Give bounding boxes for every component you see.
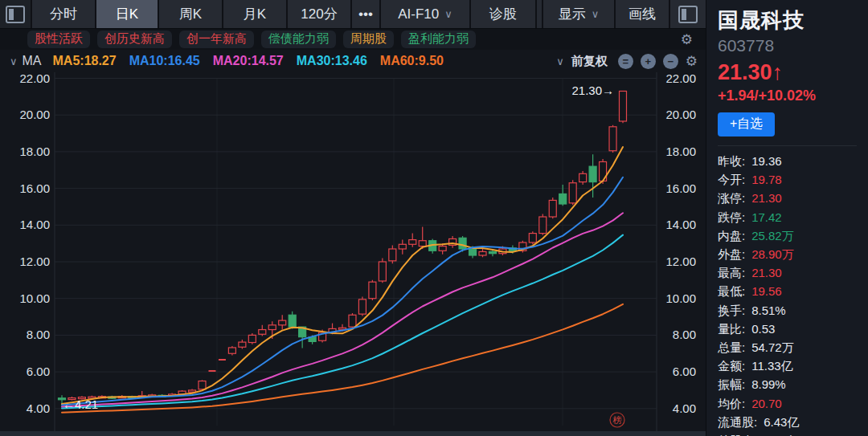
svg-text:12.00: 12.00 [665,255,696,268]
stat-row: 跌停:17.42 [718,208,857,226]
stat-label: 流通股: [718,413,757,431]
display-menu-button[interactable]: 显示 ∨ [543,0,614,28]
stat-value: 6.57亿 [764,431,799,436]
svg-text:22.00: 22.00 [19,72,50,85]
svg-text:4.00: 4.00 [673,401,696,415]
svg-text:10.00: 10.00 [19,291,50,305]
stat-row: 流通股:6.43亿 [718,413,857,431]
ma-value-label: MA5:18.27 [53,54,117,67]
panel-left-icon [6,6,25,23]
zoom-in-button[interactable]: + [641,54,656,69]
svg-text:16.00: 16.00 [19,181,50,195]
svg-text:20.00: 20.00 [665,108,696,121]
stat-label: 金额: [718,357,745,375]
svg-text:榜: 榜 [613,415,622,425]
svg-text:20.00: 20.00 [19,108,50,121]
stat-row: 量比:0.53 [718,320,857,338]
stat-label: 均价: [718,394,745,413]
collapse-left-panel-button[interactable] [0,0,31,28]
svg-text:6.00: 6.00 [27,365,50,378]
chevron-down-icon[interactable]: ∨ [10,55,18,67]
stock-app-window: 分时日K周K月K120分••• AI-F10 ∨ 诊股 显示 ∨ 画线 股性活跃… [0,0,868,436]
stat-label: 跌停: [718,208,745,226]
stock-tag[interactable]: 创一年新高 [179,31,254,48]
add-watchlist-button[interactable]: +自选 [718,112,775,137]
stat-label: 外盘: [718,245,745,263]
stat-label: 总股本: [718,431,757,436]
stat-value: 19.56 [751,282,782,300]
stat-label: 内盘: [718,226,745,245]
stat-value: 54.72万 [751,338,794,357]
period-tab-4[interactable]: 120分 [288,0,350,28]
ma-group-label: MA [23,54,42,68]
display-label: 显示 [559,5,586,23]
time-axis-strip [0,431,706,436]
stat-value: 8.51% [751,301,786,320]
kline-chart[interactable]: 22.0022.0020.0020.0018.0018.0016.0016.00… [0,72,706,431]
stat-value: 21.30 [751,263,782,282]
expand-right-panel-button[interactable] [670,0,706,28]
period-tabs: 分时日K周K月K120分••• [32,0,379,28]
stat-label: 最高: [718,263,745,282]
reset-zoom-button[interactable]: = [618,54,633,69]
period-tab-0[interactable]: 分时 [32,0,95,28]
svg-text:21.30→: 21.30→ [571,84,614,97]
stat-label: 昨收: [718,152,745,170]
gear-icon[interactable]: ⚙ [686,55,698,68]
stock-tags: 股性活跃创历史新高创一年新高偿债能力弱周期股盈利能力弱 [27,31,476,48]
svg-text:10.00: 10.00 [665,291,696,305]
stat-label: 最低: [718,282,745,300]
ma-indicator-bar: ∨ MA MA5:18.27MA10:16.45MA20:14.57MA30:1… [0,50,706,72]
period-tab-1[interactable]: 日K [96,0,158,28]
draw-line-button[interactable]: 画线 [616,0,669,28]
gear-icon[interactable]: ⚙ [681,33,693,47]
svg-text:22.00: 22.00 [665,72,696,85]
ma-values: MA5:18.27MA10:16.45MA20:14.57MA30:13.46M… [53,54,457,68]
stock-name: 国晟科技 [718,6,857,35]
stat-row: 最低:19.56 [718,282,857,300]
chevron-down-icon[interactable]: ∨ [556,55,564,67]
current-price: 21.30↑ [718,60,857,85]
stat-value: 19.78 [751,170,782,189]
stock-tag[interactable]: 股性活跃 [27,31,90,48]
chart-pane: 分时日K周K月K120分••• AI-F10 ∨ 诊股 显示 ∨ 画线 股性活跃… [0,0,706,436]
stat-label: 涨停: [718,189,745,207]
stat-row: 外盘:28.90万 [718,245,857,263]
stat-value: 17.42 [751,208,782,226]
ma-value-label: MA30:13.46 [297,54,367,67]
stat-row: 总股本:6.57亿 [718,431,857,436]
stat-row: 均价:20.70 [718,394,857,413]
draw-line-label: 画线 [628,5,656,23]
quote-stats-list: 昨收:19.36今开:19.78涨停:21.30跌停:17.42内盘:25.82… [718,145,857,436]
svg-text:18.00: 18.00 [665,145,696,158]
period-tab-2[interactable]: 周K [159,0,222,28]
svg-text:8.00: 8.00 [673,328,696,341]
period-tab-5[interactable]: ••• [352,0,379,28]
stat-label: 量比: [718,320,745,338]
stat-label: 振幅: [718,375,745,393]
candlestick-svg: 22.0022.0020.0020.0018.0018.0016.0016.00… [0,72,706,431]
stock-tag[interactable]: 偿债能力弱 [261,31,336,48]
ma-value-label: MA60:9.50 [380,54,444,67]
svg-text:←4.21: ←4.21 [63,397,98,411]
diagnose-label: 诊股 [489,5,517,23]
chart-controls: ∨ 前复权 = + − ⚙ [556,54,698,69]
period-tab-3[interactable]: 月K [223,0,286,28]
toolbar-spacer [537,0,542,28]
stat-value: 6.43亿 [764,413,799,431]
chevron-down-icon: ∨ [592,8,600,20]
stock-tag[interactable]: 盈利能力弱 [401,31,476,48]
stock-tag[interactable]: 创历史新高 [97,31,172,48]
stat-row: 内盘:25.82万 [718,226,857,245]
tab-ai-f10[interactable]: AI-F10 ∨ [381,0,469,28]
stat-value: 25.82万 [751,226,794,245]
ma-value-label: MA20:14.57 [213,54,284,67]
tab-diagnose[interactable]: 诊股 [471,0,535,28]
zoom-out-button[interactable]: − [663,54,678,69]
period-toolbar: 分时日K周K月K120分••• AI-F10 ∨ 诊股 显示 ∨ 画线 [0,0,706,29]
panel-right-icon [678,6,698,23]
stat-label: 总量: [718,338,745,357]
stat-row: 今开:19.78 [718,170,857,189]
stock-tag[interactable]: 周期股 [343,31,394,48]
adjust-mode-selector[interactable]: 前复权 [571,54,608,69]
